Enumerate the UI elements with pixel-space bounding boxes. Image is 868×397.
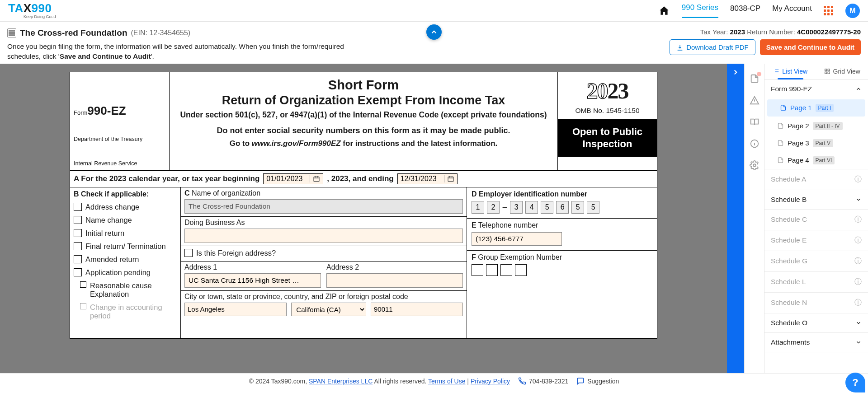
acc-schedule-a[interactable]: Schedule Aⓘ (764, 169, 868, 190)
section-c: C Name of organization Doing Business As… (181, 187, 467, 338)
nav-8038-cp[interactable]: 8038-CP (730, 4, 760, 18)
calendar-icon[interactable] (310, 175, 320, 182)
return-meta: Tax Year: 2023 Return Number: 4C00002249… (670, 28, 861, 36)
logo-tagline: Keep Doing Good (24, 15, 56, 19)
state-select[interactable]: California (CA) (291, 303, 366, 316)
info-icon[interactable] (750, 139, 760, 149)
footer: © 2024 Tax990.com, SPAN Enterprises LLC … (0, 373, 868, 389)
apps-grid-icon[interactable] (824, 6, 834, 16)
chk-accounting-period[interactable]: Change in accounting period (74, 303, 177, 320)
nav-page-1[interactable]: Page 1Part I (767, 99, 865, 117)
chk-initial-return[interactable]: Initial return (74, 229, 177, 238)
acc-schedule-e[interactable]: Schedule Eⓘ (764, 230, 868, 251)
org-ein: (EIN: 12-3454655) (131, 29, 191, 37)
save-continue-button[interactable]: Save and Continue to Audit (760, 39, 861, 55)
topbar: TAX990 Keep Doing Good 990 Series 8038-C… (0, 0, 868, 22)
form-id-block: Form990-EZ Department of the Treasury In… (70, 72, 170, 170)
sidebar-toggle[interactable] (727, 64, 744, 373)
address1-input[interactable] (184, 273, 321, 288)
section-b: B Check if applicable: Address change Na… (70, 187, 181, 338)
main-area: Form990-EZ Department of the Treasury In… (0, 64, 868, 373)
chk-reasonable-cause[interactable]: Reasonable cause Explanation (74, 281, 177, 299)
dba-input[interactable] (184, 229, 463, 243)
svg-rect-7 (828, 72, 830, 74)
org-icon (7, 28, 16, 37)
svg-point-3 (753, 164, 756, 167)
nav-page-2[interactable]: Page 2Part II - IV (764, 117, 868, 135)
section-def: D Employer identification number – E Tel… (467, 187, 657, 338)
org-name: The Cross-red Foundation (20, 28, 127, 38)
footer-phone[interactable]: 704-839-2321 (518, 377, 568, 385)
form-year-block: 2023 OMB No. 1545-1150 Open to PublicIns… (557, 72, 657, 170)
chk-name-change[interactable]: Name change (74, 216, 177, 224)
acc-schedule-c[interactable]: Schedule Cⓘ (764, 210, 868, 230)
city-input[interactable] (184, 303, 287, 316)
collapse-header-button[interactable] (426, 24, 442, 40)
chk-application-pending[interactable]: Application pending (74, 268, 177, 277)
svg-rect-0 (314, 177, 319, 182)
group-exemption-boxes[interactable] (472, 264, 652, 276)
line-a: A For the 2023 calendar year, or tax yea… (70, 171, 657, 187)
tab-grid-view[interactable]: Grid View (816, 64, 868, 79)
svg-rect-6 (825, 72, 826, 74)
chk-final-return[interactable]: Final return/ Termination (74, 242, 177, 251)
tax-year-end-input[interactable] (397, 173, 458, 184)
book-icon[interactable] (750, 117, 760, 127)
svg-rect-4 (825, 69, 826, 71)
tool-rail (744, 64, 764, 373)
nav-page-3[interactable]: Page 3Part V (764, 135, 868, 152)
chk-amended-return[interactable]: Amended return (74, 255, 177, 264)
nav-page-4[interactable]: Page 4Part VI (764, 152, 868, 169)
acc-schedule-b[interactable]: Schedule B (764, 190, 868, 209)
sub-header: The Cross-red Foundation (EIN: 12-345465… (0, 22, 868, 64)
org-name-input (184, 199, 463, 214)
telephone-input[interactable] (472, 232, 562, 246)
acc-schedule-l[interactable]: Schedule Lⓘ (764, 272, 868, 292)
address2-input[interactable] (326, 273, 463, 288)
help-fab[interactable]: ? (845, 373, 865, 392)
nav-990-series[interactable]: 990 Series (682, 3, 718, 18)
form-title-block: Short Form Return of Organization Exempt… (170, 72, 557, 170)
logo[interactable]: TAX990 Keep Doing Good (8, 2, 56, 19)
svg-rect-5 (828, 69, 830, 71)
chk-address-change[interactable]: Address change (74, 203, 177, 211)
autosave-message: Once you begin filing the form, the info… (7, 42, 360, 62)
avatar[interactable]: M (845, 4, 860, 18)
download-draft-pdf-button[interactable]: Download Draft PDF (670, 39, 755, 55)
tax-year-begin-input[interactable] (263, 173, 323, 184)
zip-input[interactable] (371, 303, 463, 316)
footer-tou[interactable]: Terms of Use (428, 378, 465, 385)
top-nav: 990 Series 8038-CP My Account M (658, 3, 860, 18)
home-icon[interactable] (658, 5, 670, 17)
warning-icon[interactable] (750, 95, 760, 105)
tab-list-view[interactable]: List View (764, 64, 816, 79)
chk-foreign-address[interactable]: Is this Foreign address? (184, 249, 463, 257)
acc-attachments[interactable]: Attachments (764, 333, 868, 352)
nav-my-account[interactable]: My Account (772, 4, 812, 18)
footer-pp[interactable]: Privacy Policy (471, 378, 510, 385)
form-page-1: Form990-EZ Department of the Treasury In… (70, 72, 657, 339)
acc-schedule-n[interactable]: Schedule Nⓘ (764, 293, 868, 313)
ein-boxes[interactable]: – (472, 201, 652, 214)
svg-rect-1 (448, 177, 453, 182)
footer-span-link[interactable]: SPAN Enterprises LLC (309, 378, 373, 385)
settings-icon[interactable] (750, 160, 760, 170)
acc-schedule-o[interactable]: Schedule O (764, 313, 868, 332)
document-icon[interactable] (750, 74, 760, 84)
acc-form-990ez[interactable]: Form 990-EZ (764, 79, 868, 98)
document-viewport[interactable]: Form990-EZ Department of the Treasury In… (0, 64, 727, 373)
outline-panel: List View Grid View Form 990-EZ Page 1Pa… (764, 64, 868, 373)
footer-suggestion[interactable]: Suggestion (576, 377, 619, 385)
calendar-icon[interactable] (444, 175, 454, 182)
acc-schedule-g[interactable]: Schedule Gⓘ (764, 251, 868, 271)
